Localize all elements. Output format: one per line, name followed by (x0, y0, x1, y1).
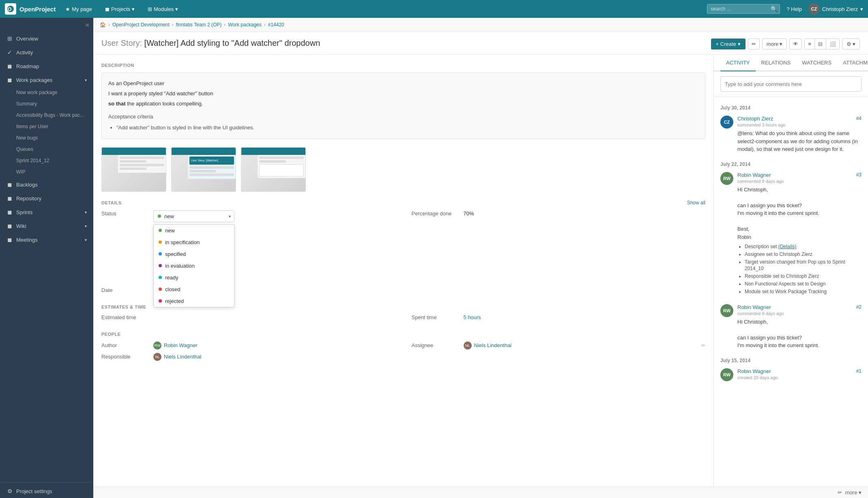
nav-my-page[interactable]: ★ My page (62, 4, 95, 14)
sidebar-item-sprints[interactable]: ◼ Sprints ▾ (0, 205, 93, 219)
sidebar-item-wiki[interactable]: ◼ Wiki ▾ (0, 219, 93, 233)
show-all-link[interactable]: Show all (687, 200, 705, 206)
sidebar-item-project-settings[interactable]: ⚙ Project settings (0, 484, 93, 498)
status-option-in-evaluation[interactable]: in evaluation (154, 260, 234, 272)
modules-icon: ⊞ (148, 6, 152, 12)
nav-projects[interactable]: ◼ Projects ▾ (102, 4, 138, 14)
activity-user-2[interactable]: Robin Wagner (737, 304, 771, 310)
sidebar-item-wip[interactable]: WIP (0, 166, 93, 178)
more-button[interactable]: more ▾ (762, 39, 787, 49)
breadcrumb-project[interactable]: OpenProject Development (112, 22, 170, 28)
view-list-button[interactable]: ≡ (805, 39, 815, 49)
sidebar-item-work-packages[interactable]: ◼ Work packages ▾ (0, 73, 93, 87)
nav-modules[interactable]: ⊞ Modules ▾ (144, 4, 181, 14)
responsible-name[interactable]: NL Niels Lindenthal (153, 353, 202, 361)
edit-button[interactable]: ✏ (748, 39, 760, 49)
dot-closed-icon (159, 288, 162, 291)
sidebar-item-summary[interactable]: Summary (0, 98, 93, 109)
activity-date-jul30: July 30, 2014 (720, 105, 862, 111)
help-button[interactable]: ? Help (786, 6, 802, 12)
sidebar-item-roadmap[interactable]: ◼ Roadmap (0, 59, 93, 73)
activity-meta-4: commented 3 hours ago (737, 122, 786, 127)
spent-time-value: 5 hours (464, 314, 481, 320)
screenshots: User Story: [Watcher] (101, 147, 705, 192)
change-item: Target version changed from Pop ups to S… (745, 259, 862, 273)
status-option-label: in evaluation (165, 263, 195, 269)
breadcrumb-issue-num[interactable]: #14420 (268, 22, 284, 28)
sidebar-item-label: Items per User (16, 124, 48, 129)
spent-time-label: Spent time (412, 314, 460, 320)
sidebar-item-sprint-2014-12[interactable]: Sprint 2014_12 (0, 155, 93, 166)
status-option-new[interactable]: new (154, 225, 234, 236)
activity-header-3: Robin Wagner commented 9 days ago #3 (737, 172, 862, 184)
view-full-button[interactable]: ⬜ (826, 39, 839, 49)
wiki-chevron-icon: ▾ (85, 224, 87, 228)
bottom-more-chevron-icon: ▾ (859, 489, 862, 496)
sidebar-item-queues[interactable]: Queues (0, 144, 93, 155)
create-button[interactable]: + Create ▾ (711, 39, 746, 49)
activity-user-3[interactable]: Robin Wagner (737, 172, 771, 178)
sidebar-item-items-per-user[interactable]: Items per User (0, 121, 93, 132)
search-input[interactable] (707, 4, 780, 14)
watch-button[interactable]: 👁 (789, 39, 802, 49)
view-split-button[interactable]: ⊟ (815, 39, 826, 49)
sidebar-item-label: Overview (16, 36, 87, 42)
tab-activity[interactable]: ACTIVITY (720, 55, 756, 71)
sidebar-item-backlogs[interactable]: ◼ Backlogs (0, 178, 93, 191)
sidebar-collapse-button[interactable]: « (86, 21, 89, 28)
bottom-edit-button[interactable]: ✏ (838, 489, 842, 496)
activity-entry-4: CZ Christoph Zierz commented 3 hours ago… (720, 116, 862, 153)
breadcrumb-home[interactable]: 🏠 (100, 22, 106, 28)
assignee-row: Assignee NL Niels Lindenthal ✏ (412, 341, 706, 350)
screenshot-3[interactable] (241, 147, 306, 192)
sidebar-item-overview[interactable]: ⊞ Overview (0, 32, 93, 45)
author-name[interactable]: RW Robin Wagner (153, 341, 198, 350)
user-menu[interactable]: CZ Christoph Zierz ▾ (808, 3, 863, 15)
status-option-rejected[interactable]: rejected (154, 295, 234, 307)
screenshot-1[interactable] (101, 147, 166, 192)
tab-attachments[interactable]: ATTACHMENTS (837, 55, 868, 71)
sidebar-item-accessibility-bugs[interactable]: Accessibility Bugs - Work pac... (0, 109, 93, 121)
status-option-closed[interactable]: closed (154, 283, 234, 295)
settings-button[interactable]: ⚙ ▾ (842, 39, 860, 49)
activity-num-2: #2 (856, 304, 862, 310)
details-link[interactable]: (Details) (778, 244, 797, 249)
pencil-icon: ✏ (752, 41, 756, 47)
change-item: Non Functional Aspects set to Design (745, 281, 862, 288)
sidebar-item-label: New work package (16, 90, 57, 95)
logo-text: OpenProject (19, 6, 56, 13)
status-option-ready[interactable]: ready (154, 272, 234, 283)
assignee-edit-icon[interactable]: ✏ (701, 343, 705, 348)
activity-user-4[interactable]: Christoph Zierz (737, 116, 773, 122)
sidebar-item-new-work-package[interactable]: New work package (0, 87, 93, 98)
more-chevron-icon: ▾ (780, 41, 782, 47)
sidebar-item-label: WIP (16, 169, 26, 175)
sidebar-item-repository[interactable]: ◼ Repository (0, 191, 93, 205)
comment-input[interactable] (720, 76, 862, 92)
bottom-more-button[interactable]: more ▾ (845, 489, 862, 496)
search-icon[interactable]: 🔍 (771, 6, 778, 12)
app-logo[interactable]: O OpenProject (5, 3, 56, 15)
breadcrumb-team[interactable]: finnlabs Team 2 (OP) (176, 22, 222, 28)
sidebar-item-new-bugs[interactable]: New bugs (0, 132, 93, 144)
screenshot-2[interactable]: User Story: [Watcher] (171, 147, 236, 192)
sidebar-item-activity[interactable]: ✓ Activity (0, 45, 93, 59)
change-item: Responsible set to Christoph Zierz (745, 273, 862, 280)
status-option-specified[interactable]: specified (154, 248, 234, 260)
dot-spec-icon (159, 240, 162, 244)
activity-avatar-rw3: RW (720, 368, 733, 381)
status-dropdown[interactable]: new ▾ (153, 210, 234, 222)
bottom-bar: ✏ more ▾ (93, 487, 868, 498)
status-option-in-specification[interactable]: in specification (154, 236, 234, 248)
activity-user-1[interactable]: Robin Wagner (737, 368, 771, 374)
estimates-right: Spent time 5 hours (412, 314, 706, 324)
estimates-section: ESTIMATES & TIME Estimated time Spent ti… (101, 305, 705, 324)
sidebar-item-meetings[interactable]: ◼ Meetings ▾ (0, 233, 93, 247)
breadcrumb-work-packages[interactable]: Work packages (228, 22, 261, 28)
assignee-name[interactable]: NL Niels Lindenthal (464, 341, 512, 350)
tab-watchers[interactable]: WATCHERS (796, 55, 837, 71)
tab-relations[interactable]: RELATIONS (756, 55, 797, 71)
roadmap-icon: ◼ (6, 63, 13, 69)
status-option-label: closed (165, 286, 180, 292)
dot-new-icon (159, 229, 162, 232)
